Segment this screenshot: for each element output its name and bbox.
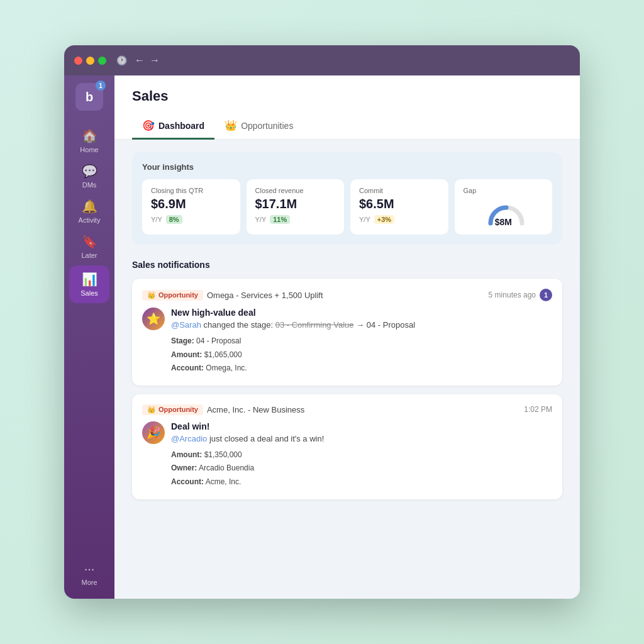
gap-gauge xyxy=(484,197,522,222)
insights-title: Your insights xyxy=(142,162,552,172)
more-icon: ··· xyxy=(84,562,95,576)
sidebar-item-dms[interactable]: 💬 DMs xyxy=(64,158,114,194)
stage-change-2: @Arcadio just closed a deal and it's a w… xyxy=(171,434,552,443)
opportunities-tab-label: Opportunities xyxy=(241,121,293,131)
insight-footer: Y/Y +3% xyxy=(359,215,440,224)
sales-icon: 📊 xyxy=(82,272,97,287)
sidebar-item-more[interactable]: ··· More xyxy=(64,557,114,591)
content-body: Your insights Closing this QTR $6.9M Y/Y… xyxy=(114,140,580,599)
insights-section: Your insights Closing this QTR $6.9M Y/Y… xyxy=(132,152,562,245)
traffic-lights xyxy=(74,57,106,65)
to-stage-1: 04 - Proposal xyxy=(367,320,415,330)
account-line-1: Account: Omega, Inc. xyxy=(171,362,552,375)
notif-tags-1: 👑 Opportunity Omega - Services + 1,500 U… xyxy=(142,290,323,301)
app-window: 🕐 ← → b 1 🏠 Home 💬 DMs 🔔 Activity xyxy=(64,45,580,599)
mention-2[interactable]: @Arcadio xyxy=(171,434,207,443)
page-title: Sales xyxy=(132,88,562,104)
insight-badge: +3% xyxy=(374,215,394,224)
back-button[interactable]: ← xyxy=(135,55,145,66)
crown-icon: 👑 xyxy=(147,291,156,299)
forward-button[interactable]: → xyxy=(150,55,160,66)
insight-card-closing-qtr: Closing this QTR $6.9M Y/Y 8% xyxy=(142,179,240,235)
app-badge: 1 xyxy=(96,80,106,91)
sidebar-item-label: Later xyxy=(81,252,97,259)
avatar-1: ⭐ xyxy=(142,308,165,330)
notif-time-2: 1:02 PM xyxy=(524,405,552,414)
notif-details-2: Deal win! @Arcadio just closed a deal an… xyxy=(171,421,552,489)
home-icon: 🏠 xyxy=(82,128,97,143)
notification-card-1: 👑 Opportunity Omega - Services + 1,500 U… xyxy=(132,279,562,386)
insight-footer: Y/Y 8% xyxy=(151,215,231,224)
yy-label: Y/Y xyxy=(151,216,162,223)
tab-opportunities[interactable]: 👑 Opportunities xyxy=(214,113,303,140)
content-area: Sales 🎯 Dashboard 👑 Opportunities You xyxy=(114,75,580,599)
maximize-button[interactable] xyxy=(98,57,106,65)
insight-value: $6.9M xyxy=(151,197,231,211)
sidebar-item-label: DMs xyxy=(82,181,97,189)
insight-badge: 8% xyxy=(166,215,182,224)
insight-label: Gap xyxy=(464,187,544,194)
dashboard-tab-icon: 🎯 xyxy=(142,119,155,131)
notif-info-2: Amount: $1,350,000 Owner: Arcadio Buendi… xyxy=(171,448,552,489)
insight-card-closed-revenue: Closed revenue $17.1M Y/Y 11% xyxy=(247,179,345,235)
insight-badge: 11% xyxy=(270,215,290,224)
owner-line-2: Owner: Arcadio Buendia xyxy=(171,462,552,475)
insight-value: $6.5M xyxy=(359,197,440,211)
deal-title-2: Deal win! xyxy=(171,421,552,431)
nav-controls: ← → xyxy=(135,55,160,66)
opportunity-tag-2: 👑 Opportunity xyxy=(142,404,203,415)
sidebar-item-activity[interactable]: 🔔 Activity xyxy=(64,194,114,229)
insight-label: Closing this QTR xyxy=(151,187,231,194)
stage-line-1: Stage: 04 - Proposal xyxy=(171,335,552,348)
opportunity-tag-1: 👑 Opportunity xyxy=(142,290,203,301)
dashboard-tab-label: Dashboard xyxy=(158,121,204,131)
mention-1[interactable]: @Sarah xyxy=(171,320,201,330)
notifications-section: Sales notifications 👑 Opportunity Omega … xyxy=(132,260,562,499)
notif-header-1: 👑 Opportunity Omega - Services + 1,500 U… xyxy=(142,289,552,301)
account-line-2: Account: Acme, Inc. xyxy=(171,475,552,489)
avatar-2: 🎉 xyxy=(142,421,165,444)
app-logo[interactable]: b 1 xyxy=(75,83,103,111)
insight-label: Commit xyxy=(359,187,440,194)
notif-details-1: New high-value deal @Sarah changed the s… xyxy=(171,308,552,375)
minimize-button[interactable] xyxy=(86,57,94,65)
yy-label: Y/Y xyxy=(255,216,267,223)
later-icon: 🔖 xyxy=(82,234,97,249)
deal-title-1: New high-value deal xyxy=(171,308,552,318)
sidebar-item-label: Home xyxy=(80,146,98,153)
close-button[interactable] xyxy=(74,57,82,65)
clock-icon: 🕐 xyxy=(116,55,127,65)
notif-info-1: Stage: 04 - Proposal Amount: $1,065,000 … xyxy=(171,335,552,375)
notif-tags-2: 👑 Opportunity Acme, Inc. - New Business xyxy=(142,404,304,415)
sidebar: b 1 🏠 Home 💬 DMs 🔔 Activity 🔖 Later 📊 xyxy=(64,75,114,599)
sidebar-item-home[interactable]: 🏠 Home xyxy=(64,123,114,158)
insight-card-gap: Gap $8M xyxy=(455,179,553,235)
amount-line-1: Amount: $1,065,000 xyxy=(171,348,552,362)
insight-label: Closed revenue xyxy=(255,187,336,194)
title-bar: 🕐 ← → xyxy=(64,45,580,75)
tabs: 🎯 Dashboard 👑 Opportunities xyxy=(132,113,562,139)
activity-icon: 🔔 xyxy=(82,199,97,214)
notif-body-2: 🎉 Deal win! @Arcadio just closed a deal … xyxy=(142,421,552,489)
insight-footer: Y/Y 11% xyxy=(255,215,336,224)
dms-icon: 💬 xyxy=(82,164,97,179)
notifications-title: Sales notifications xyxy=(132,260,562,270)
opportunities-tab-icon: 👑 xyxy=(225,119,237,131)
insights-cards: Closing this QTR $6.9M Y/Y 8% Closed rev… xyxy=(142,179,552,235)
main-content: b 1 🏠 Home 💬 DMs 🔔 Activity 🔖 Later 📊 xyxy=(64,75,580,599)
sidebar-item-label: Sales xyxy=(80,289,98,297)
sidebar-item-sales[interactable]: 📊 Sales xyxy=(69,265,109,303)
sidebar-item-later[interactable]: 🔖 Later xyxy=(64,229,114,264)
insight-card-commit: Commit $6.5M Y/Y +3% xyxy=(350,179,448,235)
insight-value: $17.1M xyxy=(255,197,336,211)
content-header: Sales 🎯 Dashboard 👑 Opportunities xyxy=(114,75,580,140)
notif-title-2: Acme, Inc. - New Business xyxy=(207,405,304,414)
amount-line-2: Amount: $1,350,000 xyxy=(171,448,552,462)
tab-dashboard[interactable]: 🎯 Dashboard xyxy=(132,113,214,140)
notif-time-1: 5 minutes ago 1 xyxy=(489,289,552,301)
stage-change-1: @Sarah changed the stage: 03 - Confirmin… xyxy=(171,320,552,330)
sidebar-item-label: More xyxy=(81,579,97,586)
yy-label: Y/Y xyxy=(359,216,370,223)
notif-title-1: Omega - Services + 1,500 Uplift xyxy=(207,291,323,300)
crown-icon-2: 👑 xyxy=(147,406,156,414)
